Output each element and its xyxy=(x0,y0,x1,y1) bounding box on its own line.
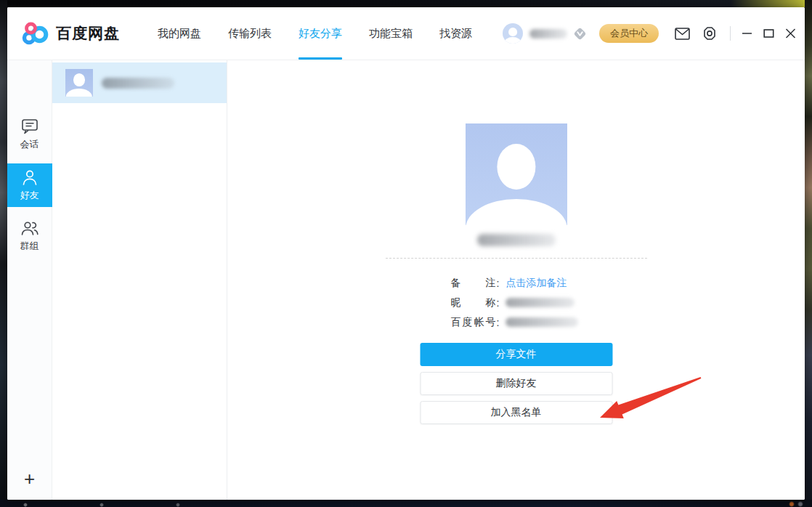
minimize-button[interactable] xyxy=(742,28,752,38)
sidebar-item-groups[interactable]: 群组 xyxy=(7,214,52,258)
field-colon: : xyxy=(497,277,500,289)
delete-friend-button[interactable]: 删除好友 xyxy=(420,372,612,395)
sidebar-item-friends[interactable]: 好友 xyxy=(7,163,52,207)
add-to-blacklist-button[interactable]: 加入黑名单 xyxy=(420,401,612,424)
field-label: 备注 xyxy=(451,277,496,290)
avatar-head-shape xyxy=(73,73,85,86)
sidebar: 会话 好友 群组 xyxy=(7,60,52,500)
field-colon: : xyxy=(497,297,500,309)
friend-avatar xyxy=(65,69,93,97)
desktop-edge-right xyxy=(805,0,812,507)
friend-list-item[interactable] xyxy=(52,62,227,103)
chat-bubble-icon xyxy=(21,118,38,135)
header-right: 会员中心 xyxy=(503,7,796,60)
profile-fields: 备注: 点击添加备注 昵称: 百度帐号: xyxy=(418,273,614,332)
user-avatar[interactable] xyxy=(503,23,523,44)
field-nickname: 昵称: xyxy=(451,293,614,312)
account-value-blurred xyxy=(506,317,578,327)
app-title: 百度网盘 xyxy=(56,23,120,44)
vip-badge-icon[interactable] xyxy=(573,27,587,41)
sidebar-item-conversations[interactable]: 会话 xyxy=(7,113,52,156)
avatar-body-shape xyxy=(466,199,567,225)
dashed-divider xyxy=(386,258,647,259)
tab-transfer-list[interactable]: 传输列表 xyxy=(228,7,272,60)
person-icon xyxy=(21,169,38,186)
profile-actions: 分享文件 删除好友 加入黑名单 xyxy=(420,343,612,430)
app-logo[interactable]: 百度网盘 xyxy=(22,21,120,46)
app-body: 会话 好友 群组 xyxy=(7,60,805,500)
messages-icon[interactable] xyxy=(675,28,690,40)
settings-icon[interactable] xyxy=(702,26,717,41)
profile-name-blurred xyxy=(477,234,556,246)
member-center-button[interactable]: 会员中心 xyxy=(599,24,659,43)
sidebar-item-label: 好友 xyxy=(20,189,39,202)
tab-friend-share[interactable]: 好友分享 xyxy=(299,7,342,60)
avatar-body-shape xyxy=(66,89,92,97)
baidu-netdisk-logo-icon xyxy=(22,21,49,46)
avatar-body-shape xyxy=(504,37,521,44)
username-blurred xyxy=(529,29,567,38)
tab-find-resources[interactable]: 找资源 xyxy=(439,7,472,60)
sidebar-item-label: 群组 xyxy=(20,240,39,253)
desktop-edge-left xyxy=(0,0,7,507)
app-header: 百度网盘 我的网盘 传输列表 好友分享 功能宝箱 找资源 xyxy=(7,7,805,60)
add-friend-button[interactable]: + xyxy=(24,469,35,488)
friend-list-panel xyxy=(52,60,227,500)
field-remark: 备注: 点击添加备注 xyxy=(451,273,614,293)
add-remark-link[interactable]: 点击添加备注 xyxy=(506,277,567,290)
close-button[interactable] xyxy=(785,28,796,38)
profile-avatar xyxy=(466,123,567,225)
nickname-value-blurred xyxy=(506,298,575,307)
avatar-head-shape xyxy=(508,28,517,36)
field-label: 昵称 xyxy=(451,296,496,309)
tab-my-drive[interactable]: 我的网盘 xyxy=(158,7,201,60)
field-colon: : xyxy=(497,317,500,328)
maximize-button[interactable] xyxy=(763,28,774,38)
field-label: 百度帐号 xyxy=(451,316,496,329)
main-nav: 我的网盘 传输列表 好友分享 功能宝箱 找资源 xyxy=(158,7,472,60)
avatar-head-shape xyxy=(497,144,535,190)
desktop-background: 百度网盘 我的网盘 传输列表 好友分享 功能宝箱 找资源 xyxy=(0,0,812,507)
tab-toolbox[interactable]: 功能宝箱 xyxy=(369,7,413,60)
app-window: 百度网盘 我的网盘 传输列表 好友分享 功能宝箱 找资源 xyxy=(7,7,805,500)
desktop-edge-bottom xyxy=(0,500,812,507)
field-baidu-account: 百度帐号: xyxy=(451,312,614,332)
header-separator xyxy=(730,26,731,41)
share-files-button[interactable]: 分享文件 xyxy=(420,343,612,366)
friend-name-blurred xyxy=(102,78,174,89)
group-icon xyxy=(20,220,39,237)
sidebar-item-label: 会话 xyxy=(20,138,39,151)
desktop-edge-top xyxy=(0,0,812,7)
friend-profile-panel: 备注: 点击添加备注 昵称: 百度帐号: 分享文件 删除好友 加入黑 xyxy=(227,60,805,500)
